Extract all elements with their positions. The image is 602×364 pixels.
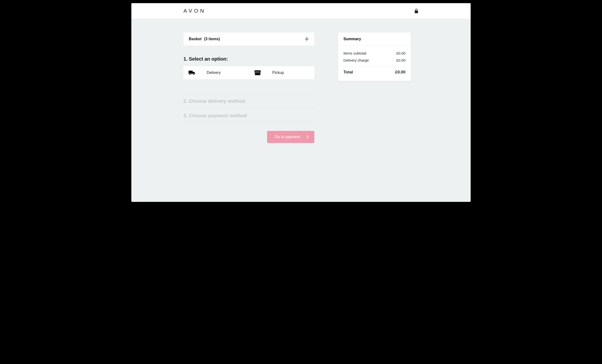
option-pickup[interactable]: Pickup: [249, 66, 315, 79]
go-to-payment-label: Go to payment: [275, 135, 300, 139]
summary-row: Delivery charge: £0.00: [344, 57, 406, 64]
summary-row-label: Delivery charge:: [344, 58, 370, 62]
expand-icon: [305, 37, 309, 41]
summary-total-label: Total: [344, 70, 353, 75]
summary-row: Items subtotal: £0.00: [344, 50, 406, 57]
divider: [344, 66, 406, 66]
checkout-steps-column: Basket (3 items) 1. Select an option: De…: [183, 32, 314, 143]
summary-row-value: £0.00: [396, 58, 406, 62]
basket-summary-toggle[interactable]: Basket (3 items): [183, 32, 314, 45]
summary-card: Summary Items subtotal: £0.00 Delivery c…: [338, 32, 411, 81]
step1-title: 1. Select an option:: [183, 56, 314, 62]
summary-title: Summary: [338, 32, 411, 46]
step3-title: 3. Choose payment method: [183, 108, 314, 123]
basket-count: (3 items): [204, 37, 220, 41]
basket-label: Basket: [189, 37, 201, 41]
go-to-payment-button[interactable]: Go to payment: [267, 131, 314, 143]
store-icon: [254, 70, 261, 76]
option-delivery[interactable]: Delivery: [183, 66, 249, 79]
delivery-option-group: Delivery Pickup: [183, 66, 314, 79]
brand-logo: AVON: [183, 8, 206, 14]
cta-row: Go to payment: [183, 131, 314, 143]
step2-title: 2. Choose delivery method: [183, 94, 314, 108]
truck-icon: [188, 70, 196, 76]
lock-icon: [414, 9, 419, 14]
summary-column: Summary Items subtotal: £0.00 Delivery c…: [338, 32, 411, 81]
summary-row-label: Items subtotal:: [344, 51, 367, 55]
summary-row-value: £0.00: [396, 51, 406, 55]
option-delivery-label: Delivery: [205, 71, 244, 75]
header-bar: AVON: [131, 3, 471, 19]
summary-total-value: £0.00: [395, 70, 406, 75]
content-area: Basket (3 items) 1. Select an option: De…: [131, 19, 471, 153]
checkout-page: AVON Basket (3 items) 1. Select an optio…: [131, 3, 471, 202]
chevron-right-icon: [307, 135, 309, 139]
summary-total-row: Total £0.00: [344, 68, 406, 76]
option-pickup-label: Pickup: [271, 71, 310, 75]
